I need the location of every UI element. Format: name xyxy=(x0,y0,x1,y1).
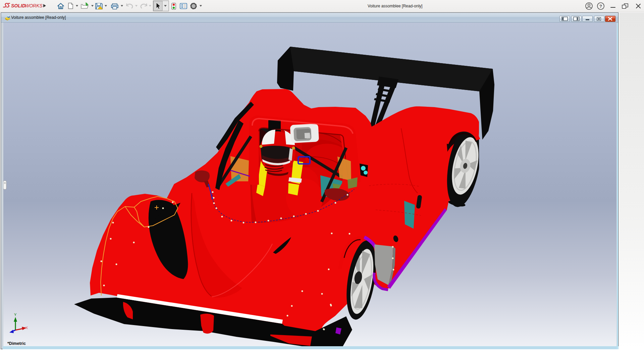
svg-text:SOLID: SOLID xyxy=(11,3,25,8)
svg-text:X: X xyxy=(25,326,28,330)
svg-text:WORKS: WORKS xyxy=(25,3,43,8)
svg-text:?: ? xyxy=(599,4,602,9)
svg-text:*Dimetric: *Dimetric xyxy=(7,341,26,346)
svg-text:Y: Y xyxy=(14,313,17,317)
